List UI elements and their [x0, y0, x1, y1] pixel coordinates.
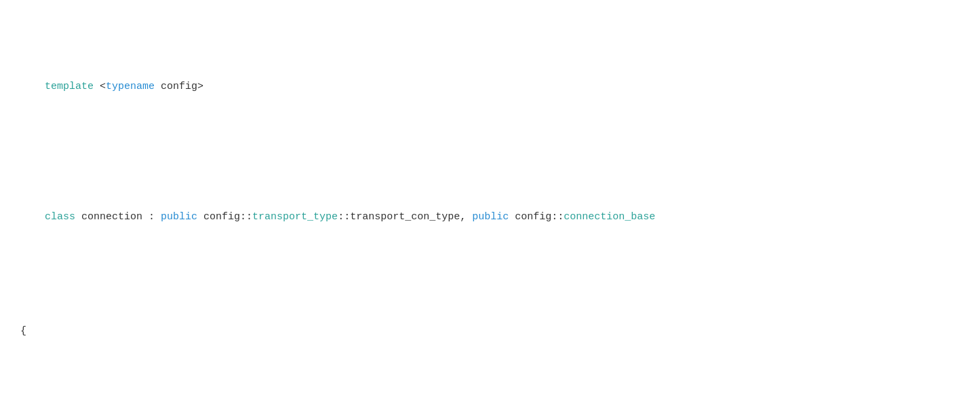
line-brace-open: {	[20, 323, 960, 339]
keyword-template: template	[45, 81, 100, 92]
line-1: template <typename config>	[20, 62, 960, 111]
code-block: template <typename config> class connect…	[20, 14, 960, 404]
line-2: class connection : public config::transp…	[20, 193, 960, 242]
